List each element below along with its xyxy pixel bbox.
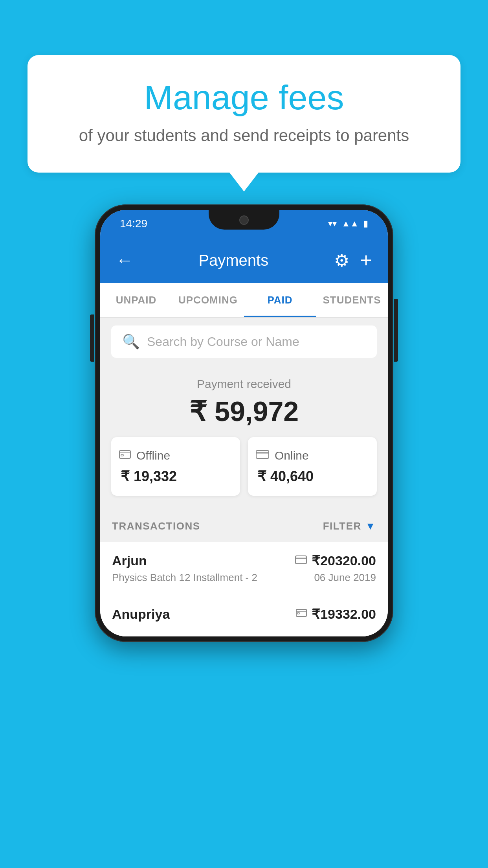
filter-icon: ▼ — [365, 520, 376, 532]
svg-rect-9 — [297, 612, 299, 614]
add-icon[interactable]: + — [360, 248, 372, 272]
payment-summary: Payment received ₹ 59,972 — [100, 366, 388, 511]
wifi-icon: ▾▾ — [328, 219, 337, 229]
online-card: Online ₹ 40,640 — [248, 437, 377, 496]
search-container: 🔍 Search by Course or Name — [100, 318, 388, 366]
online-card-header: Online — [256, 448, 309, 463]
online-label: Online — [275, 449, 309, 462]
status-icons: ▾▾ ▲▲ ▮ — [328, 219, 368, 229]
transaction-row-arjun[interactable]: Arjun ₹20320.00 Physics — [100, 542, 388, 595]
speech-bubble: Manage fees of your students and send re… — [28, 55, 460, 173]
svg-rect-3 — [256, 451, 269, 458]
svg-rect-5 — [295, 556, 306, 564]
cash-payment-icon — [296, 608, 307, 620]
bubble-subtitle: of your students and send receipts to pa… — [59, 126, 429, 145]
tab-upcoming[interactable]: UPCOMING — [172, 283, 244, 317]
student-name-anupriya: Anupriya — [112, 607, 170, 622]
course-arjun: Physics Batch 12 Installment - 2 — [112, 572, 257, 584]
card-payment-icon — [295, 554, 307, 567]
transactions-header: TRANSACTIONS FILTER ▼ — [100, 511, 388, 542]
tabs-bar: UNPAID UPCOMING PAID STUDENTS — [100, 283, 388, 318]
online-amount: ₹ 40,640 — [256, 468, 314, 485]
offline-amount: ₹ 19,332 — [119, 468, 177, 485]
svg-rect-7 — [296, 609, 306, 616]
amount-arjun: ₹20320.00 — [312, 553, 376, 568]
amount-anupriya: ₹19332.00 — [312, 606, 376, 622]
amount-row-arjun: ₹20320.00 — [295, 553, 376, 568]
received-label: Payment received — [111, 377, 377, 391]
card-icon — [256, 448, 269, 463]
search-icon: 🔍 — [122, 333, 140, 350]
back-button[interactable]: ← — [116, 250, 133, 270]
filter-label: FILTER — [323, 520, 361, 532]
search-bar[interactable]: 🔍 Search by Course or Name — [111, 326, 377, 358]
app-header: ← Payments ⚙ + — [100, 237, 388, 283]
phone-mockup: 14:29 ▾▾ ▲▲ ▮ ← Payments ⚙ — [95, 204, 393, 642]
bubble-title: Manage fees — [59, 79, 429, 117]
header-title: Payments — [198, 252, 268, 269]
phone-outer: 14:29 ▾▾ ▲▲ ▮ ← Payments ⚙ — [95, 204, 393, 642]
row-top-arjun: Arjun ₹20320.00 — [112, 553, 376, 568]
date-arjun: 06 June 2019 — [314, 572, 376, 584]
row-bottom-arjun: Physics Batch 12 Installment - 2 06 June… — [112, 572, 376, 584]
transaction-row-anupriya[interactable]: Anupriya ₹19332.00 — [100, 595, 388, 636]
payment-cards: Offline ₹ 19,332 — [111, 437, 377, 500]
notch-camera — [239, 215, 249, 225]
phone-screen: 14:29 ▾▾ ▲▲ ▮ ← Payments ⚙ — [100, 210, 388, 636]
offline-label: Offline — [136, 449, 170, 462]
amount-row-anupriya: ₹19332.00 — [296, 606, 376, 622]
transactions-label: TRANSACTIONS — [112, 520, 200, 532]
total-amount: ₹ 59,972 — [111, 395, 377, 428]
offline-card-header: Offline — [119, 448, 170, 463]
header-actions: ⚙ + — [334, 248, 372, 272]
cash-icon — [119, 448, 131, 463]
student-name-arjun: Arjun — [112, 553, 147, 568]
notch — [209, 210, 279, 230]
status-time: 14:29 — [120, 217, 147, 230]
battery-icon: ▮ — [363, 219, 368, 229]
offline-card: Offline ₹ 19,332 — [111, 437, 240, 496]
tab-paid[interactable]: PAID — [244, 283, 316, 317]
search-placeholder: Search by Course or Name — [147, 335, 299, 349]
filter-button[interactable]: FILTER ▼ — [323, 520, 376, 532]
tab-unpaid[interactable]: UNPAID — [100, 283, 172, 317]
signal-icon: ▲▲ — [341, 219, 359, 229]
speech-bubble-container: Manage fees of your students and send re… — [28, 55, 460, 173]
settings-icon[interactable]: ⚙ — [334, 250, 349, 270]
svg-rect-2 — [121, 454, 123, 456]
tab-students[interactable]: STUDENTS — [316, 283, 388, 317]
row-top-anupriya: Anupriya ₹19332.00 — [112, 606, 376, 622]
status-bar: 14:29 ▾▾ ▲▲ ▮ — [100, 210, 388, 237]
